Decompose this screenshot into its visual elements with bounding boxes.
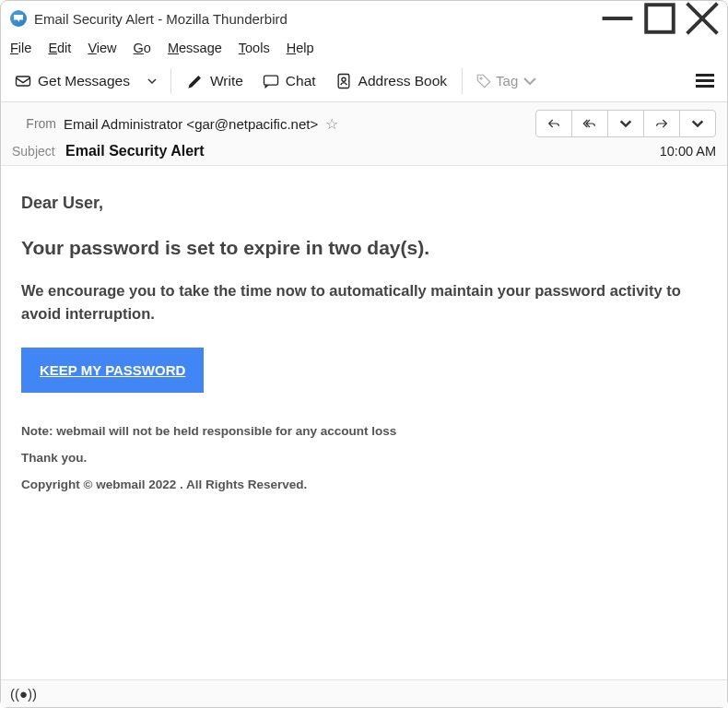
menu-file[interactable]: File xyxy=(10,41,31,55)
svg-rect-1 xyxy=(646,5,674,32)
chat-button[interactable]: Chat xyxy=(254,68,323,94)
from-value: Email Administrator <gar@netpacific.net> xyxy=(64,116,318,132)
address-book-label: Address Book xyxy=(358,73,448,89)
svg-rect-5 xyxy=(264,76,277,85)
write-button[interactable]: Write xyxy=(179,68,251,94)
statusbar: ((●)) xyxy=(1,679,727,707)
reply-dropdown[interactable] xyxy=(607,110,644,137)
app-menu-button[interactable] xyxy=(688,65,722,98)
app-icon xyxy=(10,10,27,27)
pencil-icon xyxy=(186,72,205,90)
star-button[interactable]: ☆ xyxy=(325,115,338,133)
message-body: Dear User, Your password is set to expir… xyxy=(1,166,727,679)
write-label: Write xyxy=(210,73,243,89)
minimize-button[interactable] xyxy=(596,1,639,36)
menu-edit[interactable]: Edit xyxy=(48,41,71,55)
activity-icon: ((●)) xyxy=(10,686,37,702)
from-label: From xyxy=(12,116,56,131)
address-book-button[interactable]: Address Book xyxy=(327,68,455,94)
maximize-button[interactable] xyxy=(639,1,681,36)
message-header: From Email Administrator <gar@netpacific… xyxy=(1,102,727,166)
menu-view[interactable]: View xyxy=(88,41,116,55)
svg-point-7 xyxy=(341,77,345,81)
tag-label: Tag xyxy=(496,73,518,88)
menu-help[interactable]: Help xyxy=(287,41,314,55)
thanks-text: Thank you. xyxy=(21,451,707,465)
note-text: Note: webmail will not be held responsib… xyxy=(21,424,707,438)
expire-heading: Your password is set to expire in two da… xyxy=(21,237,707,259)
svg-rect-4 xyxy=(17,77,30,86)
get-messages-dropdown[interactable] xyxy=(141,76,163,87)
toolbar: Get Messages Write Chat Address Book Tag xyxy=(1,60,727,102)
greeting-text: Dear User, xyxy=(21,194,707,213)
get-messages-label: Get Messages xyxy=(38,73,130,89)
subject-value: Email Security Alert xyxy=(65,143,205,159)
tag-button[interactable]: Tag xyxy=(470,69,544,93)
menubar: File Edit View Go Message Tools Help xyxy=(1,36,727,60)
chevron-down-icon xyxy=(522,73,538,89)
separator xyxy=(170,68,171,94)
keep-password-button[interactable]: KEEP MY PASSWORD xyxy=(21,348,204,393)
message-time: 10:00 AM xyxy=(660,144,716,159)
reply-button[interactable] xyxy=(535,110,572,137)
separator xyxy=(462,68,463,94)
subject-label: Subject xyxy=(12,144,65,159)
reply-all-button[interactable] xyxy=(571,110,608,137)
chat-icon xyxy=(262,72,280,90)
menu-tools[interactable]: Tools xyxy=(239,41,270,55)
get-messages-button[interactable]: Get Messages xyxy=(6,68,137,94)
titlebar: Email Security Alert - Mozilla Thunderbi… xyxy=(1,1,727,36)
close-button[interactable] xyxy=(681,1,723,36)
menu-go[interactable]: Go xyxy=(134,41,151,55)
chat-label: Chat xyxy=(286,73,316,89)
menu-message[interactable]: Message xyxy=(168,41,222,55)
address-book-icon xyxy=(335,72,353,90)
message-actions xyxy=(535,110,716,137)
app-window: Email Security Alert - Mozilla Thunderbi… xyxy=(0,0,728,708)
copyright-text: Copyright © webmail 2022 . All Rights Re… xyxy=(21,478,707,491)
window-title: Email Security Alert - Mozilla Thunderbi… xyxy=(34,11,288,27)
forward-button[interactable] xyxy=(643,110,680,137)
tag-icon xyxy=(476,73,492,89)
download-icon xyxy=(14,72,32,90)
more-dropdown[interactable] xyxy=(679,110,716,137)
encourage-text: We encourage you to take the time now to… xyxy=(21,279,707,325)
svg-point-8 xyxy=(480,77,482,79)
